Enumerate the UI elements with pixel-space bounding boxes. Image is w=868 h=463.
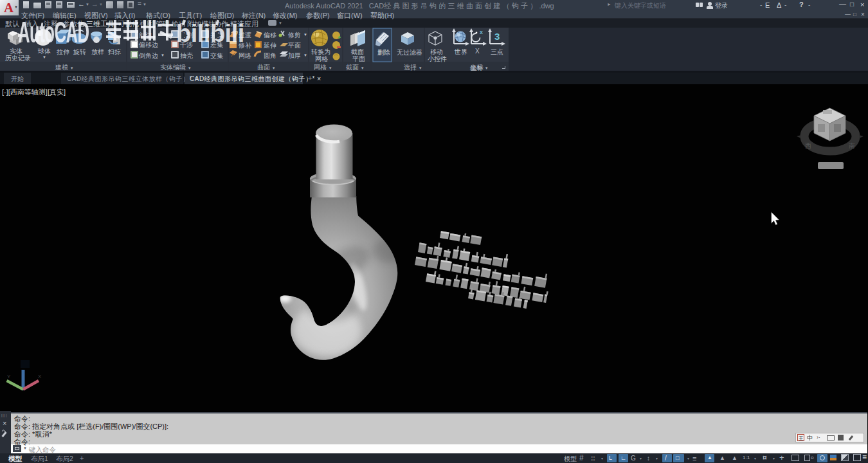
svg-text:X: X: [38, 374, 42, 379]
svg-text:x: x: [480, 29, 483, 35]
svg-text:3: 3: [494, 31, 500, 42]
svg-text:南: 南: [849, 142, 855, 149]
svg-text:Y: Y: [7, 374, 11, 379]
svg-text:西: 西: [805, 142, 811, 149]
